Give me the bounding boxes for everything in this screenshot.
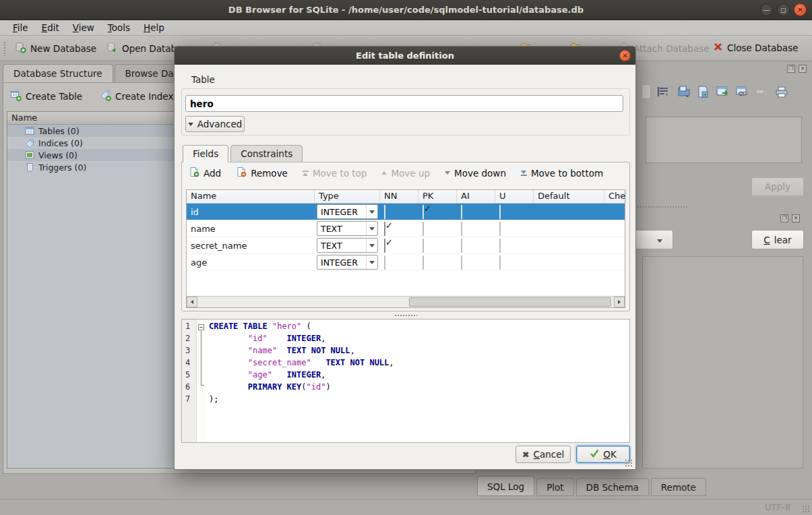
pk-checkbox[interactable] [423,255,424,270]
minimize-button[interactable]: — [760,3,773,16]
field-row[interactable]: ageINTEGER [187,254,625,271]
tab-remote[interactable]: Remote [651,478,706,496]
dialog-close-button[interactable]: ✕ [619,50,631,61]
column-header[interactable]: Name [187,190,315,203]
chevron-down-icon [188,123,193,126]
horizontal-scrollbar[interactable] [187,296,625,307]
import-icon[interactable] [677,85,690,98]
link-icon[interactable] [735,85,749,98]
line-numbers: 1234567 [182,320,197,442]
ai-checkbox[interactable] [461,239,462,253]
close-button[interactable]: ✕ [794,3,807,16]
column-header[interactable]: Check [604,190,626,203]
dock-close-icon[interactable]: ✕ [799,65,807,73]
ai-checkbox[interactable] [461,255,462,270]
move-up-button[interactable]: Move up [381,168,430,179]
nn-checkbox[interactable] [384,239,385,253]
dock-splitter[interactable] [637,206,687,209]
toolbar-grip[interactable] [3,41,7,56]
nn-checkbox[interactable] [384,255,385,270]
sql-log-area[interactable] [642,256,803,468]
fold-margin[interactable] [197,320,206,442]
maximize-button[interactable]: ◻ [777,3,790,16]
column-header[interactable]: AI [457,190,495,203]
move-to-bottom-button[interactable]: Move to bottom [521,168,603,179]
table-name-input[interactable] [185,95,623,112]
column-header[interactable]: PK [418,190,457,203]
ai-checkbox[interactable] [461,222,462,236]
pk-checkbox[interactable] [423,205,424,219]
cancel-button[interactable]: ✖ Cancel [516,446,571,463]
pk-checkbox[interactable] [423,222,424,236]
tab-plot[interactable]: Plot [536,478,573,496]
nn-checkbox[interactable] [384,222,385,236]
field-name[interactable]: name [187,224,315,234]
field-name[interactable]: age [187,258,315,268]
tab-db-schema[interactable]: DB Schema [576,478,649,496]
create-table-button[interactable]: Create Table [7,87,85,106]
dock-float-icon[interactable]: ❐ [780,214,788,222]
fold-marker-icon[interactable] [198,324,204,330]
move-down-button[interactable]: Move down [445,168,506,179]
menu-tools[interactable]: Tools [102,21,136,34]
tab-sql-log[interactable]: SQL Log [477,476,534,496]
ai-checkbox[interactable] [461,205,462,219]
set-null-icon[interactable] [755,85,768,98]
field-name[interactable]: id [187,207,315,217]
dialog-resize-grip[interactable] [625,459,633,467]
fields-table-header[interactable]: NameTypeNNPKAIUDefaultCheck [187,190,625,204]
add-icon [189,166,199,179]
menu-file[interactable]: File [7,21,34,34]
ok-button[interactable]: OK [576,446,630,463]
pk-checkbox[interactable] [423,239,424,253]
field-row[interactable]: secret_nameTEXT [187,237,625,254]
sql-code[interactable]: CREATE TABLE "hero" ( "id" INTEGER, "nam… [206,320,629,442]
tab-database-structure[interactable]: Database Structure [3,64,113,83]
export-icon[interactable] [716,85,729,98]
scroll-left-icon[interactable] [187,297,197,307]
u-checkbox[interactable] [499,222,501,236]
apply-button[interactable]: Apply [751,177,804,196]
tab-constraints[interactable]: Constraints [230,145,303,162]
cell-editor-textarea[interactable] [646,117,802,163]
type-select[interactable]: TEXT [317,238,378,253]
move-to-top-button[interactable]: Move to top [303,168,367,179]
scrollbar-thumb[interactable] [409,297,611,307]
dock-close-icon[interactable]: ✕ [792,214,800,222]
type-select[interactable]: INTEGER [317,204,378,219]
print-icon[interactable] [774,85,788,98]
save-icon[interactable] [696,85,710,98]
wrap-text-icon[interactable] [657,85,670,98]
menu-view[interactable]: View [67,21,100,34]
u-checkbox[interactable] [499,205,501,219]
tab-fields[interactable]: Fields [183,145,228,162]
menu-edit[interactable]: Edit [36,21,65,34]
column-header[interactable]: Default [534,190,604,203]
dock-float-icon[interactable]: ❐ [787,65,795,73]
column-header[interactable]: Type [315,190,380,203]
menu-help[interactable]: Help [137,21,170,34]
clear-log-button[interactable]: Clear [751,230,804,249]
field-row[interactable]: nameTEXT [187,220,625,237]
field-row[interactable]: idINTEGER [187,204,625,220]
dialog-splitter[interactable] [181,313,630,318]
encoding-indicator[interactable]: UTF-8 [765,502,790,512]
remove-field-button[interactable]: Remove [236,166,288,179]
close-database-button[interactable]: Close Database [709,40,802,56]
type-select[interactable]: TEXT [317,221,378,236]
type-select[interactable]: INTEGER [317,255,378,270]
text-mode-toggle[interactable] [642,84,651,99]
u-checkbox[interactable] [499,255,501,270]
new-database-button[interactable]: New Database [11,40,100,57]
create-index-button[interactable]: Create Index [97,87,176,106]
u-checkbox[interactable] [499,239,501,253]
fields-panel: Add Remove Move to top Move up Move down [181,162,630,311]
field-name[interactable]: secret_name [187,241,315,251]
add-field-button[interactable]: Add [189,166,221,179]
scroll-right-icon[interactable] [614,297,625,307]
advanced-button[interactable]: Advanced [185,116,245,132]
nn-checkbox[interactable] [384,205,385,219]
column-header[interactable]: NN [380,190,418,203]
column-header[interactable]: U [495,190,534,203]
size-grip[interactable] [802,505,810,513]
